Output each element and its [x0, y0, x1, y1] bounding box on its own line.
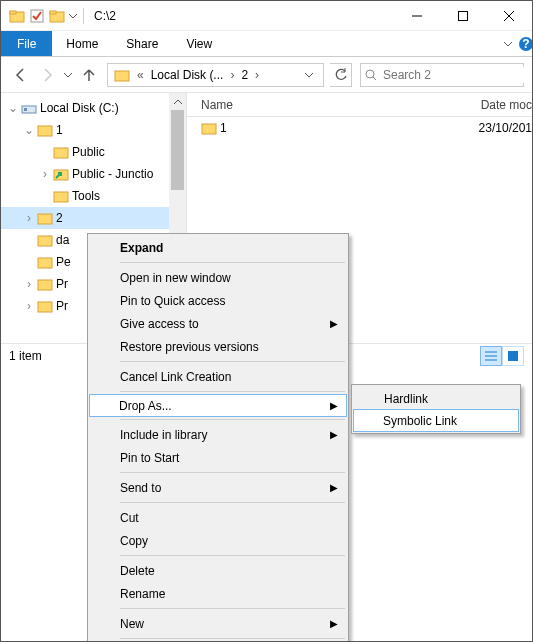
folder-icon [37, 276, 53, 292]
menu-pin-start[interactable]: Pin to Start [90, 446, 346, 469]
tree-item-label[interactable]: Tools [72, 189, 100, 203]
menu-include-library[interactable]: Include in library▶ [90, 423, 346, 446]
drive-icon [21, 100, 37, 116]
nav-bar: « Local Disk (... › 2 › [1, 57, 532, 93]
home-tab[interactable]: Home [52, 31, 112, 56]
recent-dropdown[interactable] [61, 63, 75, 87]
expand-icon[interactable]: › [37, 167, 53, 181]
menu-drop-as[interactable]: Drop As...▶ [89, 394, 347, 417]
address-dropdown-icon[interactable] [305, 71, 321, 79]
separator [120, 638, 345, 639]
forward-button[interactable] [35, 63, 59, 87]
separator [120, 502, 345, 503]
minimize-button[interactable] [394, 1, 440, 31]
folder-icon [37, 254, 53, 270]
search-icon [365, 69, 377, 81]
column-name[interactable]: Name [201, 98, 481, 112]
tree-item-label[interactable]: Pr [56, 277, 68, 291]
menu-cancel-link[interactable]: Cancel Link Creation [90, 365, 346, 388]
svg-rect-20 [38, 214, 52, 224]
menu-new[interactable]: New▶ [90, 612, 346, 635]
tree-item-label[interactable]: Local Disk (C:) [40, 101, 119, 115]
menu-expand[interactable]: Expand [90, 236, 346, 259]
menu-copy[interactable]: Copy [90, 529, 346, 552]
separator [120, 555, 345, 556]
menu-restore-versions[interactable]: Restore previous versions [90, 335, 346, 358]
folder-icon [201, 120, 217, 136]
menu-cut[interactable]: Cut [90, 506, 346, 529]
separator [120, 472, 345, 473]
chevron-left-icon[interactable]: « [134, 68, 147, 82]
tree-item-label[interactable]: Pe [56, 255, 71, 269]
drop-as-submenu[interactable]: Hardlink Symbolic Link [351, 384, 521, 434]
scroll-up-icon[interactable] [169, 93, 186, 110]
menu-pin-quick-access[interactable]: Pin to Quick access [90, 289, 346, 312]
qa-dropdown-icon[interactable] [67, 12, 79, 20]
menu-open-new-window[interactable]: Open in new window [90, 266, 346, 289]
tree-item-label[interactable]: da [56, 233, 69, 247]
svg-rect-23 [38, 280, 52, 290]
chevron-right-icon: ▶ [330, 400, 338, 411]
chevron-right-icon[interactable]: › [227, 68, 237, 82]
close-button[interactable] [486, 1, 532, 31]
svg-line-13 [373, 77, 376, 80]
tree-item-label[interactable]: 1 [56, 123, 63, 137]
separator [120, 391, 345, 392]
chevron-right-icon: ▶ [330, 429, 338, 440]
file-tab[interactable]: File [1, 31, 52, 56]
menu-give-access[interactable]: Give access to▶ [90, 312, 346, 335]
svg-point-12 [366, 70, 374, 78]
breadcrumb-segment[interactable]: Local Disk (... [147, 64, 228, 86]
maximize-button[interactable] [440, 1, 486, 31]
search-input[interactable] [381, 67, 533, 83]
back-button[interactable] [9, 63, 33, 87]
thumbnails-view-button[interactable] [502, 346, 524, 366]
submenu-symbolic-link[interactable]: Symbolic Link [353, 409, 519, 432]
qa-checkbox-icon[interactable] [27, 8, 47, 24]
scroll-thumb[interactable] [171, 110, 184, 190]
refresh-button[interactable] [330, 63, 352, 87]
context-menu[interactable]: Expand Open in new window Pin to Quick a… [87, 233, 349, 642]
share-tab[interactable]: Share [112, 31, 172, 56]
svg-rect-6 [459, 11, 468, 20]
expand-icon[interactable]: › [21, 211, 37, 225]
svg-rect-19 [54, 192, 68, 202]
up-button[interactable] [77, 63, 101, 87]
svg-rect-1 [10, 11, 16, 14]
column-date[interactable]: Date moc [481, 98, 532, 112]
file-date: 23/10/201 [479, 121, 532, 135]
chevron-right-icon[interactable]: › [252, 68, 262, 82]
column-headers[interactable]: Name Date moc [187, 93, 532, 117]
tree-item-label[interactable]: 2 [56, 211, 63, 225]
help-icon[interactable]: ? [518, 36, 533, 52]
svg-text:?: ? [522, 37, 529, 51]
view-tab[interactable]: View [172, 31, 226, 56]
folder-icon [7, 8, 27, 24]
svg-rect-22 [38, 258, 52, 268]
submenu-hardlink[interactable]: Hardlink [354, 387, 518, 410]
menu-delete[interactable]: Delete [90, 559, 346, 582]
address-bar[interactable]: « Local Disk (... › 2 › [107, 63, 324, 87]
chevron-right-icon: ▶ [330, 482, 338, 493]
folder-icon [47, 8, 67, 24]
details-view-button[interactable] [480, 346, 502, 366]
menu-rename[interactable]: Rename [90, 582, 346, 605]
tree-item-label[interactable]: Public [72, 145, 105, 159]
separator [83, 8, 84, 24]
collapse-icon[interactable]: ⌄ [21, 123, 37, 137]
menu-send-to[interactable]: Send to▶ [90, 476, 346, 499]
svg-rect-11 [115, 71, 129, 81]
collapse-icon[interactable]: ⌄ [5, 101, 21, 115]
tree-item-label[interactable]: Public - Junctio [72, 167, 153, 181]
expand-icon[interactable]: › [21, 299, 37, 313]
ribbon-expand-icon[interactable] [504, 40, 512, 48]
svg-rect-15 [24, 108, 27, 111]
breadcrumb-segment[interactable]: 2 [237, 64, 252, 86]
svg-rect-24 [38, 302, 52, 312]
svg-rect-17 [54, 148, 68, 158]
list-item[interactable]: 1 23/10/201 [187, 117, 532, 139]
tree-item-label[interactable]: Pr [56, 299, 68, 313]
chevron-right-icon: ▶ [330, 318, 338, 329]
expand-icon[interactable]: › [21, 277, 37, 291]
search-box[interactable] [360, 63, 524, 87]
